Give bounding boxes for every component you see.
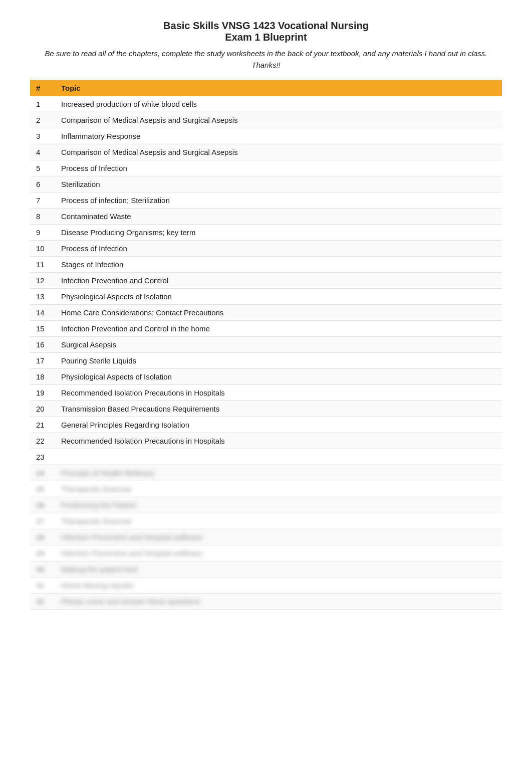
row-topic: Inflammatory Response xyxy=(55,128,502,144)
table-body: 1Increased production of white blood cel… xyxy=(30,96,502,610)
table-row: 20Transmission Based Precautions Require… xyxy=(30,401,502,417)
row-number: 12 xyxy=(30,273,55,289)
row-number: 22 xyxy=(30,433,55,449)
row-topic: Infection Prevention and Control xyxy=(55,273,502,289)
row-topic: Recommended Isolation Precautions in Hos… xyxy=(55,385,502,401)
row-number: 15 xyxy=(30,321,55,337)
row-number: 18 xyxy=(30,369,55,385)
table-row: 21General Principles Regarding Isolation xyxy=(30,417,502,433)
table-row: 22Recommended Isolation Precautions in H… xyxy=(30,433,502,449)
table-row: 7Process of infection; Sterilization xyxy=(30,192,502,209)
row-topic: Recommended Isolation Precautions in Hos… xyxy=(55,433,502,449)
row-topic: Home Moving Injuries xyxy=(55,577,502,594)
table-row: 19Recommended Isolation Precautions in H… xyxy=(30,385,502,401)
table-row: 6Sterilization xyxy=(30,176,502,192)
row-topic: Increased production of white blood cell… xyxy=(55,96,502,112)
table-row: 13Physiological Aspects of Isolation xyxy=(30,289,502,305)
row-topic: Transmission Based Precautions Requireme… xyxy=(55,401,502,417)
title-main: Basic Skills VNSG 1423 Vocational Nursin… xyxy=(30,20,502,32)
table-row: 30Making the patient bed xyxy=(30,561,502,577)
table-row: 17Pouring Sterile Liquids xyxy=(30,353,502,369)
title-sub: Exam 1 Blueprint xyxy=(30,32,502,43)
row-number: 10 xyxy=(30,241,55,257)
row-number: 8 xyxy=(30,209,55,225)
row-number: 17 xyxy=(30,353,55,369)
row-number: 4 xyxy=(30,144,55,160)
row-number: 25 xyxy=(30,481,55,497)
table-row: 24Principle of Health Wellness xyxy=(30,465,502,481)
row-topic xyxy=(55,449,502,465)
row-topic: Process of Infection xyxy=(55,160,502,176)
row-number: 27 xyxy=(30,513,55,529)
col-topic-header: Topic xyxy=(55,80,502,96)
row-number: 30 xyxy=(30,561,55,577)
row-number: 24 xyxy=(30,465,55,481)
table-row: 29Infection Prevention and Hospital well… xyxy=(30,545,502,561)
table-header: # Topic xyxy=(30,80,502,96)
row-topic: Positioning the Patient xyxy=(55,497,502,513)
row-topic: Physiological Aspects of Isolation xyxy=(55,289,502,305)
row-number: 9 xyxy=(30,225,55,241)
row-number: 16 xyxy=(30,337,55,353)
table-row: 2Comparison of Medical Asepsis and Surgi… xyxy=(30,112,502,128)
row-topic: Process of Infection xyxy=(55,241,502,257)
row-topic: Stages of Infection xyxy=(55,257,502,273)
row-topic: Home Care Considerations; Contact Precau… xyxy=(55,305,502,321)
table-header-row: # Topic xyxy=(30,80,502,96)
row-topic: Therapeutic Exercise xyxy=(55,481,502,497)
row-number: 11 xyxy=(30,257,55,273)
row-number: 23 xyxy=(30,449,55,465)
table-row: 3Inflammatory Response xyxy=(30,128,502,144)
table-row: 1Increased production of white blood cel… xyxy=(30,96,502,112)
row-topic: Making the patient bed xyxy=(55,561,502,577)
row-number: 13 xyxy=(30,289,55,305)
blueprint-table-container: # Topic 1Increased production of white b… xyxy=(30,80,502,610)
table-row: 9Disease Producing Organisms; key term xyxy=(30,225,502,241)
table-row: 16Surgical Asepsis xyxy=(30,337,502,353)
row-number: 6 xyxy=(30,176,55,192)
table-row: 26Positioning the Patient xyxy=(30,497,502,513)
row-topic: Physiological Aspects of Isolation xyxy=(55,369,502,385)
row-topic: Comparison of Medical Asepsis and Surgic… xyxy=(55,112,502,128)
row-topic: Contaminated Waste xyxy=(55,209,502,225)
row-number: 31 xyxy=(30,577,55,594)
row-number: 5 xyxy=(30,160,55,176)
table-row: 18Physiological Aspects of Isolation xyxy=(30,369,502,385)
row-number: 7 xyxy=(30,192,55,209)
row-topic: Infection Prevention and Control in the … xyxy=(55,321,502,337)
row-topic: Sterilization xyxy=(55,176,502,192)
row-number: 14 xyxy=(30,305,55,321)
table-row: 11Stages of Infection xyxy=(30,257,502,273)
row-topic: Principle of Health Wellness xyxy=(55,465,502,481)
subtitle: Be sure to read all of the chapters, com… xyxy=(30,48,502,71)
row-topic: Process of infection; Sterilization xyxy=(55,192,502,209)
row-number: 19 xyxy=(30,385,55,401)
table-row: 8Contaminated Waste xyxy=(30,209,502,225)
blueprint-table: # Topic 1Increased production of white b… xyxy=(30,80,502,610)
table-row: 23 xyxy=(30,449,502,465)
table-row: 25Therapeutic Exercise xyxy=(30,481,502,497)
table-row: 15Infection Prevention and Control in th… xyxy=(30,321,502,337)
table-row: 14Home Care Considerations; Contact Prec… xyxy=(30,305,502,321)
page-header: Basic Skills VNSG 1423 Vocational Nursin… xyxy=(30,20,502,71)
row-number: 3 xyxy=(30,128,55,144)
row-topic: Infection Prevention and Hospital wellne… xyxy=(55,529,502,545)
row-topic: Therapeutic Exercise xyxy=(55,513,502,529)
row-number: 26 xyxy=(30,497,55,513)
row-number: 21 xyxy=(30,417,55,433)
col-number-header: # xyxy=(30,80,55,96)
row-number: 28 xyxy=(30,529,55,545)
row-number: 29 xyxy=(30,545,55,561)
row-number: 1 xyxy=(30,96,55,112)
row-topic: Infection Prevention and Hospital wellne… xyxy=(55,545,502,561)
table-row: 10Process of Infection xyxy=(30,241,502,257)
row-topic: Please come and answer these questions xyxy=(55,594,502,610)
row-number: 2 xyxy=(30,112,55,128)
row-topic: Comparison of Medical Asepsis and Surgic… xyxy=(55,144,502,160)
table-row: 31Home Moving Injuries xyxy=(30,577,502,594)
table-row: 28Infection Prevention and Hospital well… xyxy=(30,529,502,545)
row-topic: Surgical Asepsis xyxy=(55,337,502,353)
table-row: 32Please come and answer these questions xyxy=(30,594,502,610)
table-row: 12Infection Prevention and Control xyxy=(30,273,502,289)
row-topic: Disease Producing Organisms; key term xyxy=(55,225,502,241)
